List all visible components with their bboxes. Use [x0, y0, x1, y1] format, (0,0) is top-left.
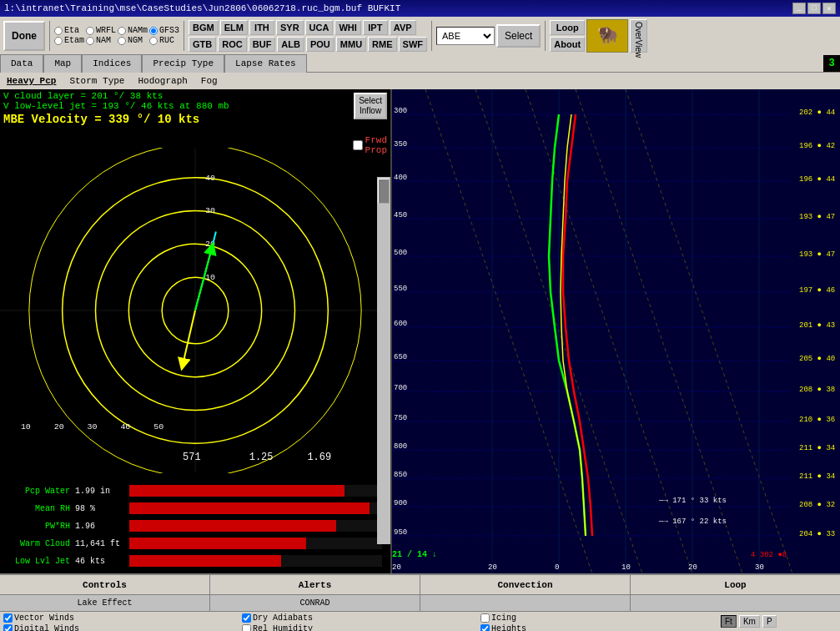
minimize-button[interactable]: _: [792, 3, 806, 14]
subtab-fog[interactable]: Fog: [198, 75, 221, 87]
svg-text:193 ● 47: 193 ● 47: [799, 213, 835, 221]
uca-button[interactable]: UCA: [305, 20, 334, 35]
vector-winds-checkbox[interactable]: [3, 613, 13, 623]
rme-button[interactable]: RME: [368, 37, 396, 52]
svg-text:193 ● 47: 193 ● 47: [799, 250, 835, 259]
alb-button[interactable]: ALB: [277, 37, 304, 52]
gfs3-radio[interactable]: [149, 27, 158, 35]
svg-text:40: 40: [205, 174, 215, 183]
hodograph-panel: V cloud layer = 201 °/ 38 kts V low-leve…: [0, 89, 392, 573]
about-button[interactable]: About: [550, 37, 585, 52]
digital-winds-checkbox[interactable]: [3, 624, 13, 631]
svg-text:750: 750: [394, 414, 407, 422]
pwrh-label: PW*RH: [0, 522, 75, 531]
svg-text:950: 950: [394, 528, 407, 537]
frwd-prop-checkbox[interactable]: [353, 140, 363, 150]
mean-rh-value: 98 %: [75, 504, 129, 513]
elm-button[interactable]: ELM: [220, 20, 248, 35]
gtb-button[interactable]: GTB: [189, 37, 216, 52]
syr-button[interactable]: SYR: [276, 20, 304, 35]
unit-buttons: Ft Km P: [719, 613, 837, 629]
pcp-water-bar: [129, 485, 382, 497]
ngm-radio[interactable]: [118, 37, 126, 45]
overview-button[interactable]: OverView: [630, 19, 647, 53]
conrad-button[interactable]: CONRAD: [210, 595, 420, 611]
svg-text:202 ● 44: 202 ● 44: [799, 109, 835, 117]
done-button[interactable]: Done: [3, 21, 45, 51]
dry-adiabats-checkbox[interactable]: [242, 613, 251, 623]
scroll-thumb[interactable]: [378, 179, 390, 204]
buf-button[interactable]: BUF: [249, 37, 276, 52]
lake-effect-button[interactable]: Lake Effect: [0, 595, 210, 611]
svg-text:20: 20: [54, 422, 64, 432]
model-radio-group1: Eta Etam: [54, 26, 84, 45]
ctrl-empty1: [420, 595, 631, 611]
ipt-button[interactable]: IPT: [363, 20, 388, 35]
frwd-prop-label: FrwdProp: [365, 135, 387, 155]
controls-header: Controls Alerts Convection Loop: [0, 575, 840, 595]
svg-text:550: 550: [394, 285, 407, 293]
low-lvl-jet-label: Low Lvl Jet: [0, 557, 75, 566]
ruc-radio[interactable]: [149, 37, 158, 45]
bar-chart-area: Pcp Water 1.99 in Mean RH 98 % PW*RH 1.9…: [0, 477, 390, 573]
svg-text:10: 10: [21, 422, 31, 432]
svg-text:4 302 ●8: 4 302 ●8: [751, 551, 787, 559]
loop-about-group: Loop About: [550, 20, 585, 52]
swf-button[interactable]: SWF: [399, 37, 427, 52]
vertical-scrollbar[interactable]: [377, 177, 390, 544]
pwrh-value: 1.96: [75, 522, 129, 531]
svg-rect-22: [392, 89, 840, 573]
title-text: l:\intranet\Training\mse\CaseStudies\Jun…: [4, 3, 400, 13]
p-button[interactable]: P: [762, 615, 777, 628]
tab-bar: Data Map Indices Precip Type Lapse Rates…: [0, 54, 840, 73]
select-inflow-button[interactable]: SelectInflow: [354, 93, 387, 119]
tab-precip-type[interactable]: Precip Type: [142, 54, 224, 73]
whi-button[interactable]: WHI: [334, 20, 360, 35]
eta-radio[interactable]: [54, 27, 63, 35]
icing-checkbox[interactable]: [480, 613, 490, 623]
svg-text:300: 300: [394, 107, 407, 115]
svg-text:211 ● 34: 211 ● 34: [799, 444, 835, 452]
llj-info: V low-level jet = 193 °/ 46 kts at 880 m…: [3, 101, 387, 111]
location-select[interactable]: ABE: [436, 27, 495, 45]
heights-checkbox[interactable]: [480, 624, 490, 631]
rel-humidity-checkbox[interactable]: [242, 624, 251, 631]
km-button[interactable]: Km: [739, 615, 760, 628]
bar-row-pwrh: PW*RH 1.96: [0, 518, 390, 533]
loop-button[interactable]: Loop: [550, 20, 585, 35]
tab-indices[interactable]: Indices: [82, 54, 142, 73]
pwrh-bar: [129, 520, 382, 532]
subtab-storm-type[interactable]: Storm Type: [66, 75, 128, 87]
tab-data[interactable]: Data: [0, 54, 43, 73]
subtab-hodograph[interactable]: Hodograph: [134, 75, 190, 87]
tab-lapse-rates[interactable]: Lapse Rates: [224, 54, 307, 73]
ft-button[interactable]: Ft: [721, 615, 737, 628]
maximize-button[interactable]: □: [807, 3, 821, 14]
pcp-water-value: 1.99 in: [75, 487, 129, 496]
cloud-layer-info: V cloud layer = 201 °/ 38 kts: [3, 91, 387, 101]
bar-row-warm-cloud: Warm Cloud 11,641 ft: [0, 536, 390, 551]
tab-map[interactable]: Map: [43, 54, 82, 73]
svg-text:208 ● 38: 208 ● 38: [799, 386, 835, 394]
roc-button[interactable]: ROC: [218, 37, 246, 52]
pcp-water-fill: [129, 485, 345, 497]
close-button[interactable]: ✕: [822, 3, 836, 14]
select-button[interactable]: Select: [496, 24, 541, 48]
avp-button[interactable]: AVP: [390, 20, 416, 35]
ith-button[interactable]: ITH: [249, 20, 274, 35]
namm-radio[interactable]: [118, 27, 126, 35]
mmu-button[interactable]: MMU: [336, 37, 366, 52]
check-col-4: Ft Km P 10 20 30 Momentum Xfer: [719, 613, 837, 631]
menu-bar: Done Eta Etam WRFL NAM NAMm NGM: [0, 17, 840, 54]
nam-radio[interactable]: [86, 37, 94, 45]
svg-text:10: 10: [621, 563, 631, 572]
bgm-button[interactable]: BGM: [189, 20, 219, 35]
mean-rh-bar: [129, 502, 382, 514]
pcp-water-label: Pcp Water: [0, 487, 75, 496]
etam-radio[interactable]: [54, 37, 63, 45]
pwrh-fill: [129, 520, 336, 532]
wrfl-radio[interactable]: [86, 27, 94, 35]
subtab-heavy-pcp[interactable]: Heavy Pcp: [3, 75, 59, 87]
pou-button[interactable]: POU: [306, 37, 334, 52]
ctrl-empty2: [631, 595, 840, 611]
